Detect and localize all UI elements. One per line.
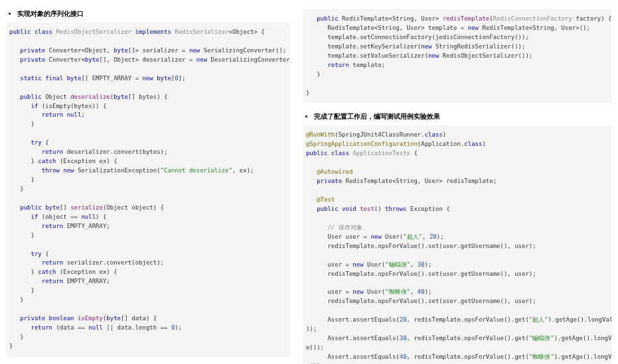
code-block-serializer: public class RedisObjectSerializer imple…: [7, 23, 290, 357]
right-column: public RedisTemplate<String, User> redis…: [297, 0, 618, 364]
bullet-list-3: 完成了配置工作后，编写测试用例实验效果: [303, 112, 611, 121]
bullet-test: 完成了配置工作后，编写测试用例实验效果: [314, 112, 611, 121]
bullet-serializer: 实现对象的序列化接口: [17, 9, 290, 19]
code-block-config-cont: public RedisTemplate<String, User> redis…: [303, 9, 611, 103]
bullet-list-1: 实现对象的序列化接口: [7, 9, 290, 19]
page: 实现对象的序列化接口 public class RedisObjectSeria…: [0, 0, 618, 364]
code-block-test: @RunWith(SpringJUnit4ClassRunner.class) …: [303, 125, 611, 364]
left-column: 实现对象的序列化接口 public class RedisObjectSeria…: [0, 0, 297, 364]
